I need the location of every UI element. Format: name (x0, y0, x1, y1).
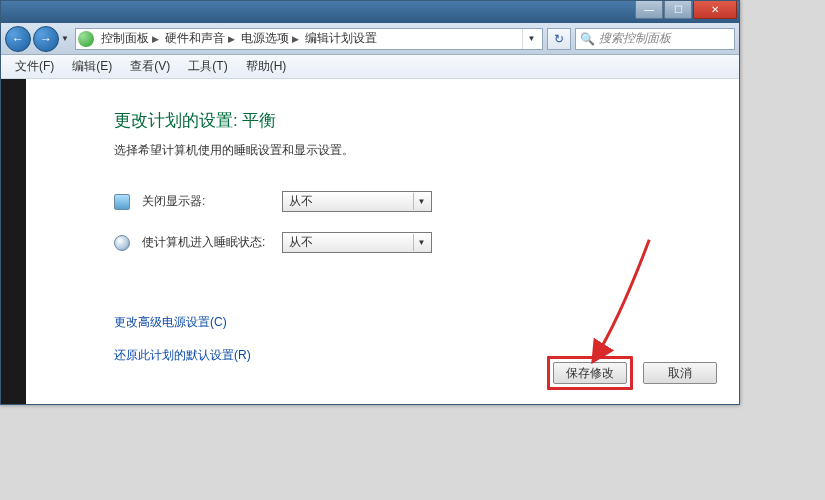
setting-sleep: 使计算机进入睡眠状态: 从不 ▼ (114, 232, 739, 253)
navbar: ← → ▼ 控制面板 ▶ 硬件和声音 ▶ 电源选项 ▶ 编辑计划设置 ▼ ↻ (1, 23, 739, 55)
breadcrumb-root-label: 控制面板 (101, 30, 149, 47)
back-arrow-icon: ← (12, 32, 24, 46)
titlebar: — ☐ ✕ (1, 1, 739, 23)
left-spine (1, 79, 26, 404)
breadcrumb-power-options[interactable]: 电源选项 ▶ (238, 30, 302, 47)
display-off-label: 关闭显示器: (142, 193, 282, 210)
chevron-down-icon: ▼ (61, 34, 69, 43)
menu-edit[interactable]: 编辑(E) (64, 55, 120, 78)
link-advanced-settings[interactable]: 更改高级电源设置(C) (114, 314, 227, 331)
sleep-label: 使计算机进入睡眠状态: (142, 234, 282, 251)
content-area: 更改计划的设置: 平衡 选择希望计算机使用的睡眠设置和显示设置。 关闭显示器: … (26, 79, 739, 404)
breadcrumb-l2-label: 电源选项 (241, 30, 289, 47)
address-dropdown[interactable]: ▼ (522, 29, 540, 49)
breadcrumb-root[interactable]: 控制面板 ▶ (98, 30, 162, 47)
search-placeholder: 搜索控制面板 (599, 30, 671, 47)
menu-view[interactable]: 查看(V) (122, 55, 178, 78)
address-bar[interactable]: 控制面板 ▶ 硬件和声音 ▶ 电源选项 ▶ 编辑计划设置 ▼ (75, 28, 543, 50)
window-frame: — ☐ ✕ ← → ▼ 控制面板 ▶ 硬件和声音 ▶ 电源选项 ▶ 编辑 (0, 0, 740, 405)
chevron-down-icon: ▼ (413, 234, 429, 251)
link-restore-defaults[interactable]: 还原此计划的默认设置(R) (114, 347, 251, 364)
chevron-right-icon: ▶ (292, 34, 299, 44)
forward-button[interactable]: → (33, 26, 59, 52)
chevron-right-icon: ▶ (152, 34, 159, 44)
close-button[interactable]: ✕ (693, 1, 737, 19)
cancel-button[interactable]: 取消 (643, 362, 717, 384)
body: 更改计划的设置: 平衡 选择希望计算机使用的睡眠设置和显示设置。 关闭显示器: … (1, 79, 739, 404)
display-off-value: 从不 (289, 193, 313, 210)
moon-icon (114, 235, 130, 251)
refresh-icon: ↻ (554, 32, 564, 46)
back-button[interactable]: ← (5, 26, 31, 52)
page-subtitle: 选择希望计算机使用的睡眠设置和显示设置。 (114, 142, 739, 159)
close-icon: ✕ (711, 4, 719, 15)
sleep-value: 从不 (289, 234, 313, 251)
breadcrumb-hardware-sound[interactable]: 硬件和声音 ▶ (162, 30, 238, 47)
monitor-icon (114, 194, 130, 210)
page-title: 更改计划的设置: 平衡 (114, 109, 739, 132)
display-off-dropdown[interactable]: 从不 ▼ (282, 191, 432, 212)
annotation-highlight: 保存修改 (547, 356, 633, 390)
breadcrumb-edit-plan[interactable]: 编辑计划设置 (302, 30, 380, 47)
sleep-dropdown[interactable]: 从不 ▼ (282, 232, 432, 253)
minimize-button[interactable]: — (635, 1, 663, 19)
breadcrumb-l3-label: 编辑计划设置 (305, 30, 377, 47)
menu-file[interactable]: 文件(F) (7, 55, 62, 78)
chevron-down-icon: ▼ (413, 193, 429, 210)
nav-history-dropdown[interactable]: ▼ (59, 26, 71, 52)
refresh-button[interactable]: ↻ (547, 28, 571, 50)
menu-help[interactable]: 帮助(H) (238, 55, 295, 78)
forward-arrow-icon: → (40, 32, 52, 46)
save-button[interactable]: 保存修改 (553, 362, 627, 384)
maximize-button[interactable]: ☐ (664, 1, 692, 19)
maximize-icon: ☐ (674, 4, 683, 15)
nav-arrows: ← → ▼ (5, 26, 71, 52)
control-panel-icon (78, 31, 94, 47)
chevron-right-icon: ▶ (228, 34, 235, 44)
button-bar: 保存修改 取消 (547, 356, 717, 390)
breadcrumb-l1-label: 硬件和声音 (165, 30, 225, 47)
setting-display-off: 关闭显示器: 从不 ▼ (114, 191, 739, 212)
search-input[interactable]: 🔍 搜索控制面板 (575, 28, 735, 50)
search-icon: 🔍 (580, 32, 595, 46)
minimize-icon: — (644, 4, 654, 15)
menu-tools[interactable]: 工具(T) (180, 55, 235, 78)
menubar: 文件(F) 编辑(E) 查看(V) 工具(T) 帮助(H) (1, 55, 739, 79)
